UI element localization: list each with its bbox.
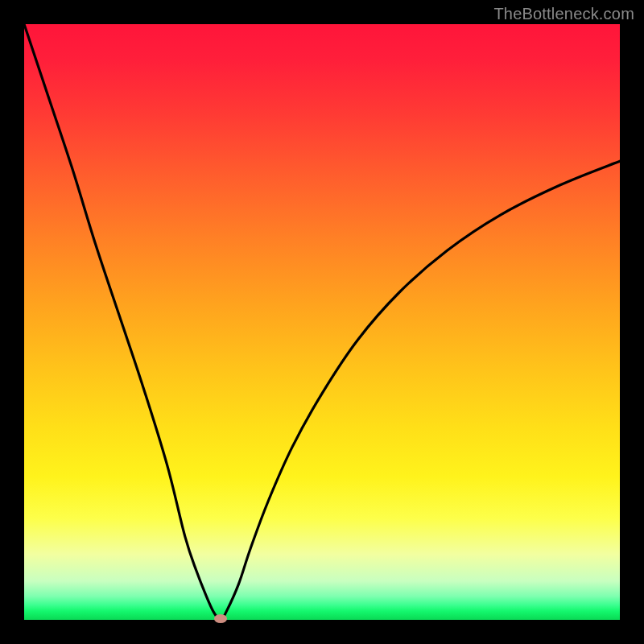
watermark-text: TheBottleneck.com [493, 5, 634, 23]
bottleneck-curve [24, 24, 620, 620]
chart-frame: TheBottleneck.com [0, 0, 644, 644]
plot-area [24, 24, 620, 620]
minimum-point-marker [214, 614, 227, 623]
